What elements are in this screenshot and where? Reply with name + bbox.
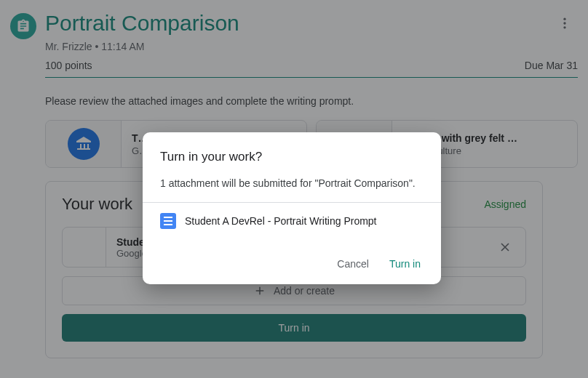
dialog-attachment-name: Student A DevRel - Portrait Writing Prom… (185, 215, 377, 227)
confirm-turn-in-button[interactable]: Turn in (386, 254, 424, 274)
dialog-actions: Cancel Turn in (160, 254, 424, 274)
dialog-title: Turn in your work? (160, 150, 424, 164)
dialog-attachment-row: Student A DevRel - Portrait Writing Prom… (160, 203, 424, 233)
google-docs-icon (160, 213, 176, 229)
turn-in-dialog: Turn in your work? 1 attachment will be … (143, 132, 441, 284)
cancel-button[interactable]: Cancel (334, 254, 372, 274)
dialog-body: 1 attachment will be submitted for "Port… (160, 177, 424, 189)
